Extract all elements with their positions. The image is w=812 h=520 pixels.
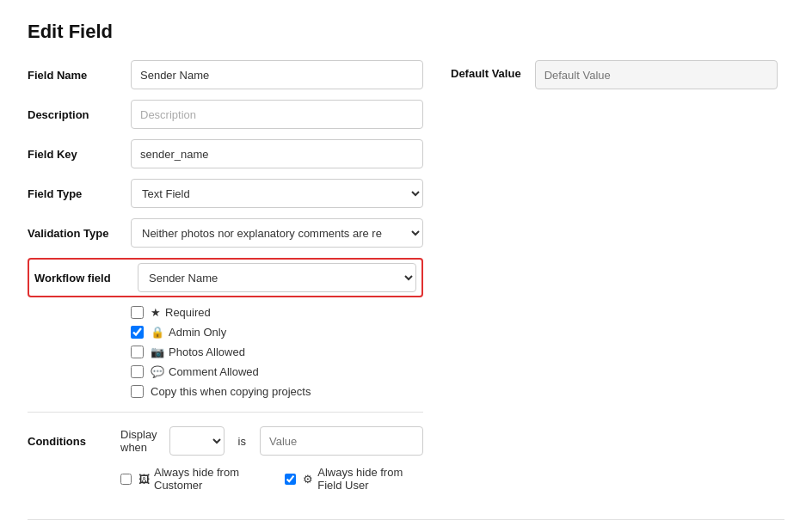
default-value-input[interactable] <box>535 60 778 89</box>
conditions-label: Conditions <box>28 435 114 448</box>
copy-projects-label: Copy this when copying projects <box>151 385 311 398</box>
display-when-select[interactable] <box>169 426 225 456</box>
field-name-label: Field Name <box>28 69 131 82</box>
workflow-field-select[interactable]: Sender Name <box>138 263 416 292</box>
field-type-select[interactable]: Text Field <box>131 179 423 208</box>
validation-type-select[interactable]: Neither photos nor explanatory comments … <box>131 218 423 248</box>
copy-projects-checkbox[interactable] <box>131 385 144 398</box>
divider <box>28 412 423 413</box>
description-input[interactable] <box>131 100 423 129</box>
admin-only-checkbox[interactable] <box>131 326 144 339</box>
photos-allowed-label: 📷 Photos Allowed <box>151 346 245 358</box>
comment-allowed-label: 💬 Comment Allowed <box>151 365 259 378</box>
is-label: is <box>238 435 246 448</box>
hide-field-user-checkbox[interactable] <box>285 473 296 486</box>
required-label: ★ Required <box>151 306 211 319</box>
hide-field-user-label: ⚙ Always hide from Field User <box>303 466 423 492</box>
value-input[interactable] <box>260 426 423 456</box>
camera-icon: 📷 <box>151 346 164 358</box>
field-type-label: Field Type <box>28 187 131 200</box>
field-key-label: Field Key <box>28 148 131 161</box>
field-user-icon: ⚙ <box>303 473 313 486</box>
description-label: Description <box>28 108 131 121</box>
hide-customer-label: 🖼 Always hide from Customer <box>138 466 257 492</box>
workflow-field-label: Workflow field <box>34 272 138 284</box>
comment-icon: 💬 <box>151 365 164 378</box>
field-name-input[interactable] <box>131 60 423 89</box>
display-when-text: Display when <box>120 428 157 454</box>
page-title: Edit Field <box>28 21 784 43</box>
validation-type-label: Validation Type <box>28 227 131 240</box>
default-value-label: Default Value <box>451 67 521 80</box>
lock-icon: 🔒 <box>151 326 164 339</box>
admin-only-label: 🔒 Admin Only <box>151 326 226 339</box>
star-icon: ★ <box>151 306 161 319</box>
photos-allowed-checkbox[interactable] <box>131 346 144 358</box>
customer-icon: 🖼 <box>138 473 150 486</box>
hide-customer-checkbox[interactable] <box>120 473 132 486</box>
field-key-input[interactable] <box>131 139 423 168</box>
comment-allowed-checkbox[interactable] <box>131 365 144 378</box>
required-checkbox[interactable] <box>131 306 144 319</box>
